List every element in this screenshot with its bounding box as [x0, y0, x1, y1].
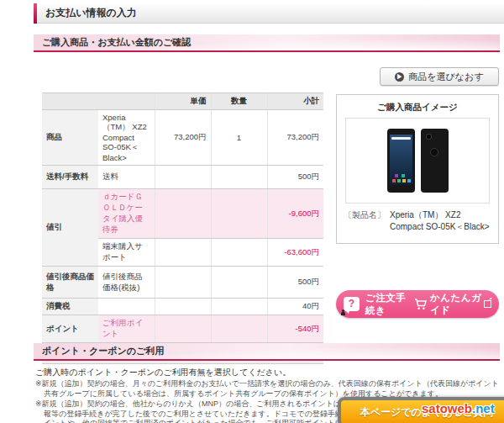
order-guide-button[interactable]: ? ご注文手続き かんたんガイド [336, 290, 499, 318]
points-desc: ご利用ポイント [98, 315, 155, 343]
shipping-quantity [211, 166, 267, 189]
row-label-points: ポイント [42, 315, 98, 343]
tax-unit [155, 299, 211, 315]
question-bubble-icon: ? [344, 297, 360, 311]
header-subtotal: 小計 [267, 93, 323, 110]
table-row-discount-coupon: 値引 ｄカードＧＯＬＤケータイ購入優待券 -9,600円 [42, 189, 323, 239]
product-name-cell: Xperia（TM） XZ2 Compact SO-05K＜Black> [98, 110, 155, 166]
after-discount-desc: 値引後商品価格(税抜) [98, 267, 155, 299]
tax-desc [98, 299, 155, 315]
phone-fingerprint [431, 149, 438, 156]
table-row-tax: 消費税 40円 [42, 299, 323, 315]
cart-icon [414, 299, 427, 310]
order-summary-table: 単価 数量 小計 商品 Xperia（TM） XZ2 Compact SO-05… [42, 93, 323, 364]
page-title-bar: お支払い情報の入力 [34, 3, 504, 24]
purchase-section-heading: ご購入商品・お支払い金額のご確認 [34, 34, 500, 52]
order-guide-text1: ご注文手続き [365, 292, 411, 317]
product-image-panel: ご購入商品イメージ 〔製品名〕 Xperia（TM） XZ2 Compact S… [336, 94, 499, 244]
points-section-heading: ポイント・クーポンのご利用 [34, 343, 500, 361]
watermark-text: satoweb.net [422, 401, 495, 415]
product-image-heading: ご購入商品イメージ [337, 95, 498, 118]
phone-camera [427, 135, 431, 139]
shipping-subtotal: 500円 [267, 166, 323, 189]
discount-coupon-qty [211, 189, 267, 239]
question-mark: ? [344, 298, 360, 309]
watermark-part1: satoweb [422, 401, 472, 415]
table-row-points: ポイント ご利用ポイント -540円 [42, 315, 323, 343]
reselect-product-button[interactable]: ▶ 商品を選びなおす [380, 67, 499, 86]
page-title: お支払い情報の入力 [45, 6, 137, 20]
discount-coupon-desc: ｄカードＧＯＬＤケータイ購入優待券 [98, 189, 155, 239]
shipping-unit-price [155, 166, 211, 189]
row-label-tax: 消費税 [42, 299, 98, 315]
watermark-part2: .net [472, 401, 495, 415]
discount-support-subtotal: -63,600円 [267, 239, 323, 267]
product-name-row: 〔製品名〕 Xperia（TM） XZ2 Compact SO-05K＜Blac… [337, 204, 498, 232]
points-qty [211, 315, 267, 343]
row-label-shipping: 送料/手数料 [42, 166, 98, 189]
points-unit [155, 315, 211, 343]
row-label-discount: 値引 [42, 189, 98, 267]
points-instruction: ご購入時のポイント・クーポンのご利用有無を選択してください。 [35, 367, 291, 378]
discount-support-qty [211, 239, 267, 267]
points-subtotal: -540円 [267, 315, 323, 343]
header-blank-cell [42, 93, 155, 110]
header-quantity: 数量 [211, 93, 267, 110]
points-section-heading-text: ポイント・クーポンのご利用 [42, 345, 164, 357]
product-quantity: 1 [211, 110, 267, 166]
table-row-product: 商品 Xperia（TM） XZ2 Compact SO-05K＜Black> … [42, 110, 323, 166]
checkout-page: お支払い情報の入力 ご購入商品・お支払い金額のご確認 ▶ 商品を選びなおす 単価… [0, 0, 504, 423]
bubble-tail [345, 310, 349, 314]
after-discount-subtotal: 500円 [267, 267, 323, 299]
row-label-product: 商品 [42, 110, 98, 166]
phone-screen [390, 135, 412, 185]
product-subtotal: 73,200円 [267, 110, 323, 166]
table-row-shipping: 送料/手数料 送料 500円 [42, 166, 323, 189]
discount-support-unit [155, 239, 211, 267]
tax-qty [211, 299, 267, 315]
table-header-row: 単価 数量 小計 [42, 93, 323, 110]
product-name-label: 〔製品名〕 [344, 209, 386, 232]
person-icon [341, 312, 345, 315]
circle-arrow-icon: ▶ [395, 72, 404, 82]
header-unit-price: 単価 [155, 93, 211, 110]
phone-searchbar [391, 137, 411, 140]
order-guide-text2: かんたんガイド [430, 292, 484, 317]
table-row-after-discount: 値引後商品価格 値引後商品価格(税抜) 500円 [42, 267, 323, 299]
discount-coupon-subtotal: -9,600円 [267, 189, 323, 239]
row-label-after-discount: 値引後商品価格 [42, 267, 98, 299]
phone-front-image [387, 129, 415, 193]
discount-support-desc: 端末購入サポート [98, 239, 155, 267]
shipping-desc: 送料 [98, 166, 155, 189]
title-accent-bar [34, 3, 37, 24]
phone-app-icons [392, 179, 396, 182]
purchase-section-heading-text: ご購入商品・お支払い金額のご確認 [42, 36, 191, 49]
discount-coupon-unit [155, 189, 211, 239]
tax-subtotal: 40円 [267, 299, 323, 315]
reselect-product-label: 商品を選びなおす [408, 71, 483, 83]
product-image [345, 118, 490, 204]
phone-back-image [421, 129, 449, 193]
after-discount-qty [211, 267, 267, 299]
product-name-text: Xperia（TM） XZ2 Compact SO-05K＜Black> [390, 209, 491, 232]
after-discount-unit [155, 267, 211, 299]
product-unit-price: 73,200円 [155, 110, 211, 166]
points-note-1: ※新規（追加）契約の場合、月々のご利用料金のお支払いで一括請求を選択の場合のみ、… [35, 379, 499, 399]
external-link-icon [484, 300, 491, 308]
